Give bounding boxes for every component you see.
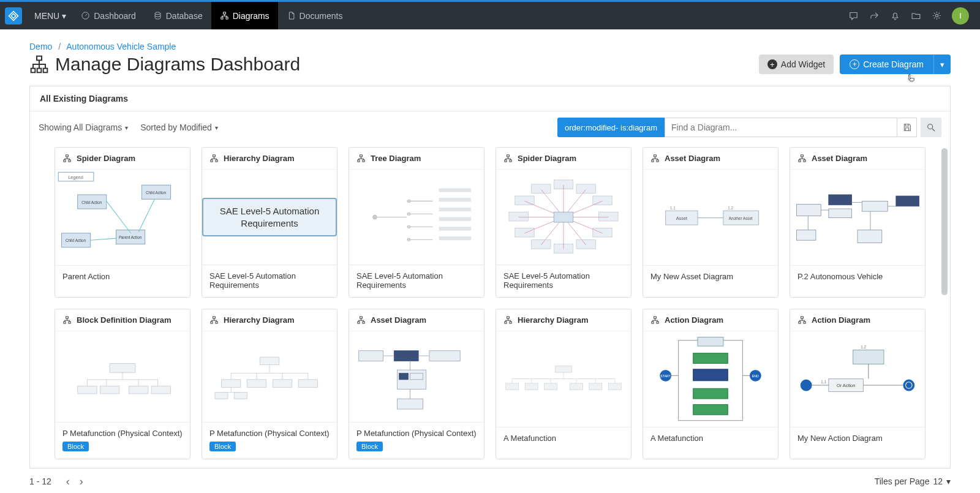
tiles-per-page-dropdown[interactable]: Tiles per Page 12 ▾ bbox=[875, 476, 951, 486]
diagram-card[interactable]: Spider DiagramSAE Level-5 Automation Req… bbox=[496, 147, 631, 298]
diagram-card[interactable]: Block Definition DiagramP Metafunction (… bbox=[55, 309, 190, 459]
svg-rect-52 bbox=[532, 184, 551, 194]
breadcrumb-current[interactable]: Autonomous Vehicle Sample bbox=[66, 42, 176, 51]
card-name: Parent Action bbox=[62, 272, 183, 281]
svg-rect-85 bbox=[211, 322, 213, 323]
create-diagram-dropdown[interactable]: ▾ bbox=[933, 55, 951, 74]
svg-rect-94 bbox=[360, 317, 363, 318]
svg-rect-44 bbox=[599, 212, 618, 221]
card-name: SAE Level-5 Automation Requirements bbox=[503, 271, 624, 290]
svg-rect-35 bbox=[439, 188, 471, 192]
card-type-label: Spider Diagram bbox=[77, 154, 135, 163]
nav-documents[interactable]: Documents bbox=[278, 2, 352, 29]
card-type-label: Action Diagram bbox=[665, 315, 723, 325]
card-header: Hierarchy Diagram bbox=[202, 309, 337, 331]
svg-rect-41 bbox=[507, 155, 510, 157]
card-name: My New Asset Diagram bbox=[650, 272, 771, 281]
create-diagram-button[interactable]: + Create Diagram bbox=[840, 55, 933, 74]
svg-point-30 bbox=[373, 215, 377, 219]
card-name: A Metafunction bbox=[503, 434, 624, 443]
card-type-label: Hierarchy Diagram bbox=[224, 154, 295, 163]
avatar[interactable]: I bbox=[952, 7, 969, 24]
breadcrumb-root[interactable]: Demo bbox=[29, 42, 52, 51]
svg-rect-37 bbox=[439, 208, 471, 211]
svg-rect-7 bbox=[31, 69, 36, 73]
svg-rect-93 bbox=[234, 393, 247, 399]
diagram-card[interactable]: Tree DiagramSAE Level-5 Automation Requi… bbox=[349, 147, 484, 298]
app-logo[interactable] bbox=[5, 7, 22, 24]
svg-rect-96 bbox=[363, 322, 364, 323]
svg-rect-114 bbox=[654, 317, 657, 318]
card-type-label: Hierarchy Diagram bbox=[518, 315, 589, 325]
search-button[interactable] bbox=[921, 118, 941, 137]
nav-database-label: Database bbox=[166, 11, 203, 21]
gear-icon[interactable] bbox=[927, 7, 946, 25]
svg-text:START: START bbox=[660, 375, 671, 378]
pager: 1 - 12 ‹ › Tiles per Page 12 ▾ bbox=[0, 469, 980, 488]
nav-diagrams-label: Diagrams bbox=[233, 11, 270, 21]
diagram-card[interactable]: Asset DiagramAssetAnother Asset1.11.2My … bbox=[643, 147, 778, 298]
scrollbar[interactable] bbox=[941, 148, 948, 295]
add-widget-button[interactable]: + Add Widget bbox=[759, 55, 834, 74]
svg-rect-119 bbox=[693, 353, 728, 364]
svg-rect-78 bbox=[69, 322, 70, 323]
diagrams-panel: All Existing Diagrams Showing All Diagra… bbox=[29, 86, 951, 469]
nav-dashboard[interactable]: Dashboard bbox=[72, 2, 145, 29]
svg-rect-9 bbox=[43, 69, 48, 73]
diagram-card[interactable]: Hierarchy DiagramA Metafunction bbox=[496, 309, 631, 459]
diagram-card[interactable]: Spider DiagramLegendChild ActionChild Ac… bbox=[55, 147, 190, 298]
svg-rect-54 bbox=[576, 184, 595, 194]
pager-next-button[interactable]: › bbox=[75, 475, 88, 488]
diagram-card[interactable]: Asset Diagram P Metafunction (Physical C… bbox=[349, 309, 484, 459]
nav-diagrams[interactable]: Diagrams bbox=[211, 2, 278, 29]
svg-rect-109 bbox=[525, 383, 538, 390]
diagram-card[interactable]: Action Diagram Or Action 1.11.2 My New A… bbox=[790, 309, 925, 459]
chat-icon[interactable] bbox=[844, 7, 862, 25]
nav-documents-label: Documents bbox=[300, 11, 343, 21]
card-chip: Block bbox=[209, 442, 236, 451]
search-input[interactable] bbox=[665, 118, 897, 137]
svg-rect-103 bbox=[398, 399, 423, 410]
svg-rect-59 bbox=[657, 160, 658, 162]
sitemap-icon bbox=[29, 55, 49, 74]
card-header: Action Diagram bbox=[643, 309, 778, 331]
svg-text:Child Action: Child Action bbox=[66, 239, 86, 243]
svg-rect-40 bbox=[439, 236, 471, 240]
card-name: P Metafunction (Physical Context) bbox=[62, 429, 183, 438]
diagram-card[interactable]: Hierarchy DiagramP Metafunction (Physica… bbox=[202, 309, 337, 459]
filter-sort-dropdown[interactable]: Sorted by Modified ▾ bbox=[140, 122, 218, 132]
folder-icon[interactable] bbox=[907, 7, 925, 25]
svg-rect-50 bbox=[509, 212, 528, 221]
save-search-icon[interactable] bbox=[897, 118, 917, 137]
svg-rect-13 bbox=[69, 160, 70, 162]
diagram-card[interactable]: Action Diagram START END A Metafunction bbox=[643, 309, 778, 459]
svg-text:1.1: 1.1 bbox=[821, 380, 826, 384]
filter-showing-dropdown[interactable]: Showing All Diagrams ▾ bbox=[39, 122, 128, 132]
card-thumbnail: SAE Level-5 Automation Requirements bbox=[202, 170, 337, 265]
caret-down-icon: ▾ bbox=[946, 476, 951, 486]
card-thumbnail bbox=[202, 331, 337, 422]
diagram-card[interactable]: Hierarchy DiagramSAE Level-5 Automation … bbox=[202, 147, 337, 298]
svg-rect-39 bbox=[439, 227, 471, 230]
card-header: Action Diagram bbox=[790, 309, 925, 331]
menu-button[interactable]: MENU ▾ bbox=[28, 2, 72, 29]
card-thumbnail bbox=[55, 331, 190, 422]
diagram-card[interactable]: Asset Diagram P.2 Autonomous Vehicle bbox=[790, 147, 925, 298]
search-filter-chip[interactable]: order:modified- is:diagram bbox=[557, 118, 665, 137]
card-chip: Block bbox=[356, 442, 383, 451]
card-header: Asset Diagram bbox=[349, 309, 484, 331]
svg-point-1 bbox=[155, 12, 160, 15]
svg-rect-110 bbox=[545, 383, 557, 390]
svg-rect-127 bbox=[801, 317, 804, 318]
svg-rect-48 bbox=[532, 239, 551, 249]
bell-icon[interactable] bbox=[886, 7, 904, 25]
svg-rect-83 bbox=[151, 386, 170, 394]
share-icon[interactable] bbox=[865, 7, 883, 25]
svg-rect-88 bbox=[221, 380, 240, 388]
svg-point-133 bbox=[801, 380, 812, 391]
svg-rect-79 bbox=[110, 364, 135, 373]
card-thumbnail bbox=[349, 170, 484, 265]
nav-database[interactable]: Database bbox=[145, 2, 211, 29]
card-footer: My New Asset Diagram bbox=[643, 265, 778, 297]
pager-prev-button[interactable]: ‹ bbox=[61, 475, 75, 488]
